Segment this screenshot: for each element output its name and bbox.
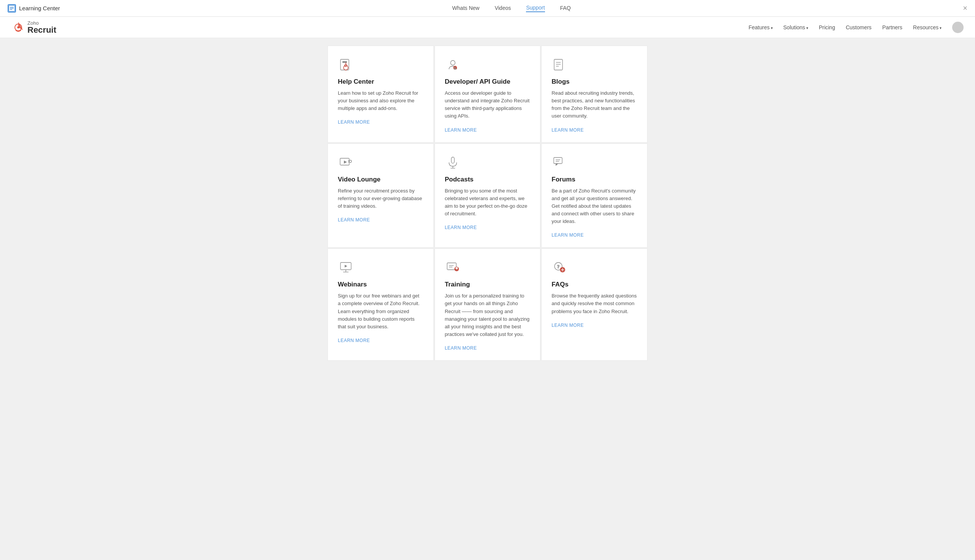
svg-point-11 xyxy=(451,60,455,65)
nav-whats-new[interactable]: Whats New xyxy=(452,5,480,12)
svg-point-36 xyxy=(455,267,458,269)
card-podcasts: Podcasts Bringing to you some of the mos… xyxy=(435,143,541,248)
learn-more-video-lounge[interactable]: LEARN MORE xyxy=(338,217,370,223)
learn-more-podcasts[interactable]: LEARN MORE xyxy=(445,225,477,230)
svg-marker-27 xyxy=(556,163,559,166)
svg-rect-7 xyxy=(343,61,347,63)
brand-text-group: Zoho Recruit xyxy=(27,20,56,35)
card-webinars: Webinars Sign up for our free webinars a… xyxy=(328,248,434,361)
card-forums: Forums Be a part of Zoho Recruit's commu… xyxy=(541,143,647,248)
nav-partners[interactable]: Partners xyxy=(882,24,902,30)
card-title-training: Training xyxy=(445,281,530,288)
svg-text:?: ? xyxy=(557,263,560,269)
card-title-faqs: FAQs xyxy=(552,281,637,288)
main-nav-links: Features Solutions Pricing Customers Par… xyxy=(748,22,963,33)
top-bar-left: Learning Center xyxy=(8,4,60,13)
card-desc-help-center: Learn how to set up Zoho Recruit for you… xyxy=(338,89,423,112)
blogs-icon xyxy=(552,57,567,73)
nav-faq[interactable]: FAQ xyxy=(560,5,571,12)
forums-icon xyxy=(552,155,567,170)
card-desc-developer-api: Access our developer guide to understand… xyxy=(445,89,530,120)
top-bar-title: Learning Center xyxy=(19,5,60,12)
svg-rect-26 xyxy=(554,158,562,163)
nav-pricing[interactable]: Pricing xyxy=(819,24,835,30)
card-blogs: Blogs Read about recruiting industry tre… xyxy=(541,46,647,143)
card-video-lounge: Video Lounge Refine your recruitment pro… xyxy=(328,143,434,248)
developer-icon: A xyxy=(445,57,461,73)
learn-more-help-center[interactable]: LEARN MORE xyxy=(338,120,370,125)
svg-rect-23 xyxy=(452,157,454,163)
brand-logo-icon xyxy=(12,20,25,34)
card-title-video-lounge: Video Lounge xyxy=(338,176,423,183)
learn-more-faqs[interactable]: LEARN MORE xyxy=(552,323,584,328)
brand: Zoho Recruit xyxy=(12,20,56,35)
card-desc-forums: Be a part of Zoho Recruit's community an… xyxy=(552,187,637,226)
card-desc-webinars: Sign up for our free webinars and get a … xyxy=(338,292,423,331)
top-bar-nav: Whats New Videos Support FAQ xyxy=(452,5,570,12)
faqs-icon: ? xyxy=(552,260,567,275)
svg-point-8 xyxy=(343,65,348,70)
close-button[interactable]: × xyxy=(963,4,967,13)
nav-support[interactable]: Support xyxy=(526,5,545,12)
svg-point-20 xyxy=(349,160,351,162)
video-lounge-icon xyxy=(338,155,354,170)
card-title-podcasts: Podcasts xyxy=(445,176,530,183)
nav-customers[interactable]: Customers xyxy=(846,24,872,30)
learn-more-developer-api[interactable]: LEARN MORE xyxy=(445,127,477,133)
main-nav: Zoho Recruit Features Solutions Pricing … xyxy=(0,17,975,38)
cards-grid: Help Center Learn how to set up Zoho Rec… xyxy=(328,46,647,361)
training-icon xyxy=(445,260,461,275)
card-help-center: Help Center Learn how to set up Zoho Rec… xyxy=(328,46,434,143)
svg-rect-14 xyxy=(554,59,562,70)
card-title-webinars: Webinars xyxy=(338,281,423,288)
podcasts-icon xyxy=(445,155,461,170)
help-center-icon xyxy=(338,57,354,73)
nav-features[interactable]: Features xyxy=(748,24,773,30)
brand-name: Recruit xyxy=(27,26,56,34)
webinars-icon xyxy=(338,260,354,275)
card-training: Training Join us for a personalized trai… xyxy=(435,248,541,361)
card-title-developer-api: Developer/ API Guide xyxy=(445,78,530,86)
learning-center-icon xyxy=(8,4,16,13)
nav-solutions[interactable]: Solutions xyxy=(783,24,808,30)
card-desc-training: Join us for a personalized training to g… xyxy=(445,292,530,338)
learn-more-training[interactable]: LEARN MORE xyxy=(445,345,477,351)
svg-marker-19 xyxy=(344,160,347,163)
svg-marker-31 xyxy=(345,265,347,267)
card-desc-podcasts: Bringing to you some of the most celebra… xyxy=(445,187,530,218)
card-developer-api: A Developer/ API Guide Access our develo… xyxy=(435,46,541,143)
card-title-forums: Forums xyxy=(552,176,637,183)
card-desc-video-lounge: Refine your recruitment process by refer… xyxy=(338,187,423,210)
card-desc-blogs: Read about recruiting industry trends, b… xyxy=(552,89,637,120)
card-title-help-center: Help Center xyxy=(338,78,423,86)
learn-more-blogs[interactable]: LEARN MORE xyxy=(552,127,584,133)
nav-videos[interactable]: Videos xyxy=(495,5,511,12)
learn-more-forums[interactable]: LEARN MORE xyxy=(552,232,584,238)
avatar[interactable] xyxy=(952,22,963,33)
nav-resources[interactable]: Resources xyxy=(913,24,942,30)
card-title-blogs: Blogs xyxy=(552,78,637,86)
card-faqs: ? FAQs Browse the frequently asked quest… xyxy=(541,248,647,361)
main-content: Help Center Learn how to set up Zoho Rec… xyxy=(316,38,659,368)
top-bar: Learning Center Whats New Videos Support… xyxy=(0,0,975,17)
svg-point-5 xyxy=(17,26,19,28)
learn-more-webinars[interactable]: LEARN MORE xyxy=(338,338,370,343)
card-desc-faqs: Browse the frequently asked questions an… xyxy=(552,292,637,315)
